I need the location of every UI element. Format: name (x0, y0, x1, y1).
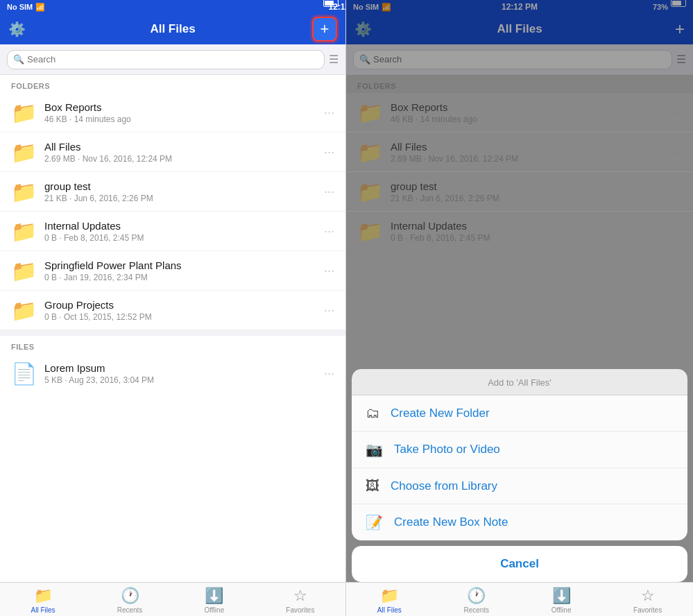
all-files-tab-icon: 📁 (34, 587, 53, 605)
left-nav-bar: ⚙️ All Files + (0, 14, 345, 44)
folder-icon-all-files: 📁 (11, 139, 36, 164)
left-status-bar: No SIM 📶 12:12 PM (0, 0, 345, 14)
note-icon: 📄 (11, 361, 37, 386)
left-folders-header: FOLDERS (0, 75, 345, 93)
right-panel: No SIM 📶 12:12 PM 73% ⚙️ All Files + 🔍 ☰… (346, 0, 693, 616)
file-name-all-files: All Files (44, 141, 316, 153)
file-meta-internal-updates: 0 B · Feb 8, 2016, 2:45 PM (44, 233, 316, 243)
action-take-photo-label: Take Photo or Video (394, 443, 500, 456)
action-choose-library-label: Choose from Library (391, 479, 497, 493)
file-name-group-test: group test (44, 180, 316, 192)
right-tab-favorites[interactable]: ☆ Favorites (633, 587, 662, 614)
tab-recents[interactable]: 🕐 Recents (117, 587, 143, 614)
folder-gray-icon: 📁 (11, 259, 37, 283)
right-offline-tab-icon: ⬇️ (552, 587, 571, 605)
folder-item-box-reports[interactable]: 📁 Box Reports 46 KB · 14 minutes ago ··· (0, 93, 345, 132)
file-info-lorem-ipsum: Lorem Ipsum 5 KB · Aug 23, 2016, 3:04 PM (44, 362, 316, 385)
right-tab-offline-label: Offline (551, 606, 572, 614)
file-item-lorem-ipsum[interactable]: 📄 Lorem Ipsum 5 KB · Aug 23, 2016, 3:04 … (0, 354, 345, 393)
search-icon: 🔍 (13, 54, 24, 65)
camera-icon: 📷 (366, 441, 383, 458)
file-icon-lorem-ipsum: 📄 (11, 361, 36, 386)
file-name-group-projects: Group Projects (44, 299, 316, 311)
more-icon-box-reports[interactable]: ··· (324, 105, 334, 120)
action-create-box-note[interactable]: 📝 Create New Box Note (352, 504, 687, 540)
folder-item-springfield[interactable]: 📁 Springfield Power Plant Plans 0 B · Ja… (0, 251, 345, 291)
file-info-internal-updates: Internal Updates 0 B · Feb 8, 2016, 2:45… (44, 220, 316, 243)
filter-icon[interactable]: ☰ (329, 53, 339, 66)
more-icon-group-test[interactable]: ··· (324, 185, 334, 199)
left-wifi-icon: 📶 (35, 3, 45, 12)
folder-yellow-icon: 📁 (11, 101, 37, 125)
file-name-lorem-ipsum: Lorem Ipsum (44, 362, 316, 374)
add-button[interactable]: + (312, 17, 337, 42)
tab-offline[interactable]: ⬇️ Offline (204, 587, 224, 614)
tab-favorites[interactable]: ☆ Favorites (286, 587, 314, 614)
more-icon-internal-updates[interactable]: ··· (324, 224, 334, 239)
right-tab-favorites-label: Favorites (633, 606, 662, 614)
action-choose-library[interactable]: 🖼 Choose from Library (352, 468, 687, 504)
folder-icon-group-projects: 📁 (11, 298, 36, 323)
action-create-folder[interactable]: 🗂 Create New Folder (352, 395, 687, 431)
left-tab-bar: 📁 All Files 🕐 Recents ⬇️ Offline ☆ Favor… (0, 582, 345, 616)
left-nav-title: All Files (150, 22, 195, 36)
more-icon-springfield[interactable]: ··· (324, 264, 334, 278)
left-search-input[interactable] (27, 54, 318, 65)
folder-item-internal-updates[interactable]: 📁 Internal Updates 0 B · Feb 8, 2016, 2:… (0, 212, 345, 251)
folder-item-group-projects[interactable]: 📁 Group Projects 0 B · Oct 15, 2015, 12:… (0, 291, 345, 330)
folder-item-group-test[interactable]: 📁 group test 21 KB · Jun 6, 2016, 2:26 P… (0, 172, 345, 212)
folder-add-icon: 🗂 (366, 405, 379, 421)
left-search-bar: 🔍 ☰ (0, 44, 345, 75)
right-recents-tab-icon: 🕐 (467, 587, 486, 605)
file-info-springfield: Springfield Power Plant Plans 0 B · Jan … (44, 259, 316, 282)
action-sheet: Add to 'All Files' 🗂 Create New Folder 📷… (352, 369, 687, 582)
left-file-list: FOLDERS 📁 Box Reports 46 KB · 14 minutes… (0, 75, 345, 582)
action-take-photo[interactable]: 📷 Take Photo or Video (352, 431, 687, 468)
right-tab-all-files[interactable]: 📁 All Files (377, 587, 402, 614)
left-search-input-wrap[interactable]: 🔍 (7, 50, 325, 69)
more-icon-lorem-ipsum[interactable]: ··· (324, 366, 334, 381)
tab-favorites-label: Favorites (286, 606, 314, 614)
file-info-box-reports: Box Reports 46 KB · 14 minutes ago (44, 101, 316, 124)
recents-tab-icon: 🕐 (121, 587, 139, 605)
offline-tab-icon: ⬇️ (205, 587, 223, 605)
folder-item-all-files[interactable]: 📁 All Files 2.69 MB · Nov 16, 2016, 12:2… (0, 132, 345, 172)
file-meta-all-files: 2.69 MB · Nov 16, 2016, 12:24 PM (44, 154, 316, 164)
file-meta-springfield: 0 B · Jan 19, 2016, 2:34 PM (44, 273, 316, 282)
plus-icon: + (320, 20, 330, 38)
folder-icon-internal-updates: 📁 (11, 219, 36, 243)
right-tab-bar: 📁 All Files 🕐 Recents ⬇️ Offline ☆ Favor… (346, 582, 693, 616)
folder-blue-icon: 📁 (11, 180, 37, 204)
tab-offline-label: Offline (204, 606, 224, 614)
right-tab-recents[interactable]: 🕐 Recents (463, 587, 489, 614)
file-meta-box-reports: 46 KB · 14 minutes ago (44, 114, 316, 124)
file-meta-group-test: 21 KB · Jun 6, 2016, 2:26 PM (44, 194, 316, 203)
file-info-group-projects: Group Projects 0 B · Oct 15, 2015, 12:52… (44, 299, 316, 322)
action-sheet-card: Add to 'All Files' 🗂 Create New Folder 📷… (352, 369, 687, 540)
file-meta-lorem-ipsum: 5 KB · Aug 23, 2016, 3:04 PM (44, 375, 316, 385)
more-icon-group-projects[interactable]: ··· (324, 303, 334, 318)
folder-yellow-icon: 📁 (11, 140, 37, 164)
folder-yellow-icon: 📁 (11, 298, 37, 323)
file-meta-group-projects: 0 B · Oct 15, 2015, 12:52 PM (44, 312, 316, 322)
more-icon-all-files[interactable]: ··· (324, 145, 334, 160)
box-note-icon: 📝 (366, 514, 383, 531)
settings-icon[interactable]: ⚙️ (8, 21, 26, 37)
left-carrier: No SIM (7, 3, 33, 11)
tab-recents-label: Recents (117, 606, 143, 614)
folder-icon-springfield: 📁 (11, 258, 36, 283)
left-panel: No SIM 📶 12:12 PM ⚙️ All Files + 🔍 ☰ FOL… (0, 0, 346, 616)
file-info-all-files: All Files 2.69 MB · Nov 16, 2016, 12:24 … (44, 141, 316, 164)
action-create-folder-label: Create New Folder (391, 407, 490, 420)
file-name-box-reports: Box Reports (44, 101, 316, 113)
right-tab-recents-label: Recents (463, 606, 489, 614)
right-tab-offline[interactable]: ⬇️ Offline (551, 587, 572, 614)
file-info-group-test: group test 21 KB · Jun 6, 2016, 2:26 PM (44, 180, 316, 203)
right-favorites-tab-icon: ☆ (641, 587, 655, 605)
action-cancel-button[interactable]: Cancel (352, 546, 687, 582)
file-name-internal-updates: Internal Updates (44, 220, 316, 232)
folder-icon-box-reports: 📁 (11, 100, 36, 125)
file-name-springfield: Springfield Power Plant Plans (44, 259, 316, 271)
tab-all-files[interactable]: 📁 All Files (31, 587, 55, 614)
left-files-header: FILES (0, 330, 345, 354)
